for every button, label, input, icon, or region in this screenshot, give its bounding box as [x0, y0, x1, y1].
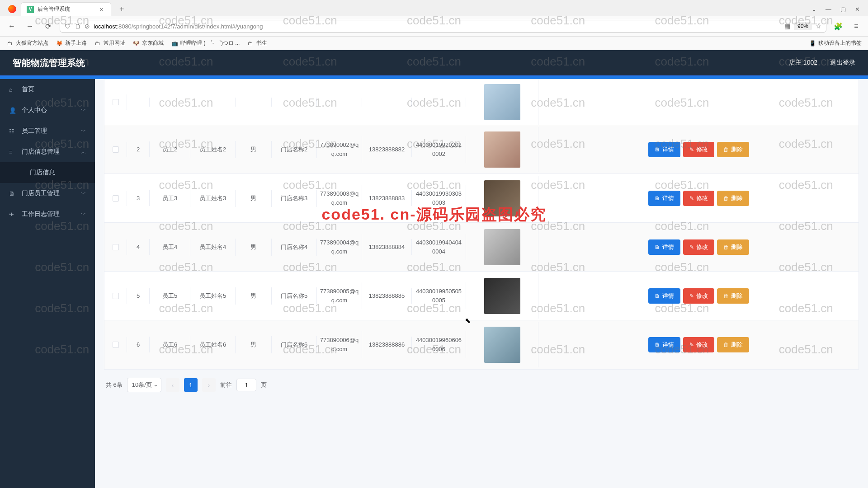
detail-button[interactable]: 🗎详情	[648, 239, 680, 255]
bookmark-item[interactable]: 🦊新手上路	[56, 39, 87, 47]
edit-button[interactable]: ✎修改	[683, 191, 714, 206]
mobile-bookmarks[interactable]: 📱移动设备上的书签	[809, 39, 862, 47]
sidebar-item[interactable]: 门店信息	[0, 162, 95, 183]
bookmark-item[interactable]: 🗀火狐官方站点	[6, 39, 48, 47]
chevron-down-icon: ⌄	[153, 381, 158, 388]
cell-store: 门店名称3	[272, 190, 317, 207]
delete-button[interactable]: 🗑删除	[717, 288, 749, 304]
row-checkbox[interactable]	[113, 293, 119, 299]
chevron-icon: ﹀	[81, 190, 86, 197]
sidebar-item[interactable]: ⌂首页	[0, 79, 95, 100]
row-checkbox[interactable]	[113, 195, 119, 202]
table-row: 2 员工2 员工姓名2 男 门店名称2 773890002@qq.com 138…	[104, 125, 859, 174]
sidebar-item[interactable]: 🗎门店员工管理﹀	[0, 183, 95, 204]
cell-idcard: 440300199202020002	[412, 136, 466, 163]
bookmark-star-icon[interactable]: ☆	[816, 23, 821, 30]
edit-button[interactable]: ✎修改	[683, 239, 714, 255]
employee-photo	[484, 278, 520, 314]
cell-phone: 13823888884	[362, 239, 412, 255]
menu-label: 门店员工管理	[22, 189, 81, 197]
content-area: 2 员工2 员工姓名2 男 门店名称2 773890002@qq.com 138…	[95, 79, 868, 488]
cell-employee: 员工5	[150, 287, 190, 305]
caret-down-icon[interactable]: ⌄	[811, 6, 816, 13]
detail-button[interactable]: 🗎详情	[648, 337, 680, 352]
forward-button[interactable]: →	[24, 20, 36, 33]
cell-idcard: 440300199404040004	[412, 234, 466, 260]
maximize-icon[interactable]: ▢	[840, 6, 846, 13]
sidebar-item[interactable]: ☷员工管理﹀	[0, 121, 95, 141]
prev-page-button[interactable]: ‹	[166, 378, 179, 392]
edit-button[interactable]: ✎修改	[683, 288, 714, 304]
delete-button[interactable]: 🗑删除	[717, 337, 749, 352]
cell-name: 员工姓名5	[190, 287, 236, 305]
app-header: 智能物流管理系统 店主 1002 退出登录	[0, 50, 868, 76]
close-icon[interactable]: ×	[98, 6, 105, 13]
next-page-button[interactable]: ›	[202, 378, 216, 392]
cell-employee: 员工3	[150, 190, 190, 207]
goto-label: 前往	[220, 381, 232, 389]
row-checkbox[interactable]	[113, 146, 119, 153]
delete-button[interactable]: 🗑删除	[717, 191, 749, 206]
new-tab-button[interactable]: +	[116, 3, 128, 16]
cell-email: 773890002@qq.com	[317, 136, 362, 163]
cell-email: 773890004@qq.com	[317, 234, 362, 260]
menu-icon[interactable]: ≡	[850, 20, 863, 33]
cell-name: 员工姓名2	[190, 141, 236, 158]
shield-icon: 🛡	[65, 23, 71, 30]
back-button[interactable]: ←	[5, 20, 18, 33]
detail-button[interactable]: 🗎详情	[648, 191, 680, 206]
cell-email: 773890005@qq.com	[317, 282, 362, 309]
qr-icon[interactable]: ▦	[784, 23, 790, 30]
doc-icon: 🗎	[655, 244, 660, 250]
sidebar-item[interactable]: 👤个人中心﹀	[0, 100, 95, 121]
bookmark-item[interactable]: 🗀常用网址	[94, 39, 125, 47]
page-icon: 🗋	[75, 23, 81, 30]
edit-button[interactable]: ✎修改	[683, 142, 714, 157]
cell-employee: 员工2	[150, 141, 190, 158]
cell-phone: 13823888885	[362, 288, 412, 304]
zoom-badge[interactable]: 90%	[794, 22, 812, 30]
table-row: 3 员工3 员工姓名3 男 门店名称3 773890003@qq.com 138…	[104, 174, 859, 223]
menu-label: 个人中心	[22, 106, 81, 114]
browser-tab[interactable]: V 后台管理系统 ×	[21, 2, 111, 16]
row-checkbox[interactable]	[113, 244, 119, 250]
table-row	[104, 80, 859, 125]
reload-button[interactable]: ⟳	[42, 20, 54, 33]
url-field[interactable]: 🛡 🗋 ⊘ localhost:8080/springboot142f7/adm…	[60, 20, 826, 33]
sidebar-item[interactable]: ≡门店信息管理︿	[0, 141, 95, 162]
bookmark-item[interactable]: 📺哔哩哔哩 ( ゜- ゜)つロ ...	[171, 39, 240, 47]
minimize-icon[interactable]: —	[826, 6, 831, 13]
doc-icon: 🗎	[655, 195, 660, 202]
logout-button[interactable]: 退出登录	[830, 59, 855, 67]
window-close-icon[interactable]: ✕	[855, 6, 860, 13]
extension-icon[interactable]: 🧩	[832, 20, 844, 33]
row-checkbox[interactable]	[113, 99, 119, 105]
bookmark-item[interactable]: 🐶京东商城	[132, 39, 164, 47]
table-row: 6 员工6 员工姓名6 男 门店名称6 773890006@qq.com 138…	[104, 320, 859, 369]
page-size-select[interactable]: 10条/页 ⌄	[127, 378, 161, 392]
detail-button[interactable]: 🗎详情	[648, 288, 680, 304]
detail-button[interactable]: 🗎详情	[648, 142, 680, 157]
bilibili-icon: 📺	[171, 40, 178, 47]
bookmark-item[interactable]: 🗀书生	[247, 39, 267, 47]
menu-label: 首页	[22, 85, 86, 94]
menu-label: 员工管理	[22, 127, 81, 135]
cell-idcard: 440300199606060006	[412, 331, 466, 358]
cell-gender: 男	[236, 190, 272, 207]
menu-label: 工作日志管理	[22, 210, 81, 218]
goto-page-input[interactable]	[236, 379, 256, 391]
cell-email: 773890003@qq.com	[317, 185, 362, 211]
menu-icon: ✈	[9, 211, 17, 218]
firefox-bm-icon: 🦊	[56, 40, 63, 47]
pencil-icon: ✎	[689, 146, 694, 153]
delete-button[interactable]: 🗑删除	[717, 142, 749, 157]
sidebar-item[interactable]: ✈工作日志管理﹀	[0, 204, 95, 225]
delete-button[interactable]: 🗑删除	[717, 239, 749, 255]
cell-phone: 13823888883	[362, 190, 412, 206]
menu-icon: 🗎	[9, 190, 17, 197]
row-checkbox[interactable]	[113, 342, 119, 348]
edit-button[interactable]: ✎修改	[683, 337, 714, 352]
user-label[interactable]: 店主 1002	[789, 59, 817, 67]
page-number-button[interactable]: 1	[184, 378, 198, 392]
jd-icon: 🐶	[132, 40, 140, 47]
